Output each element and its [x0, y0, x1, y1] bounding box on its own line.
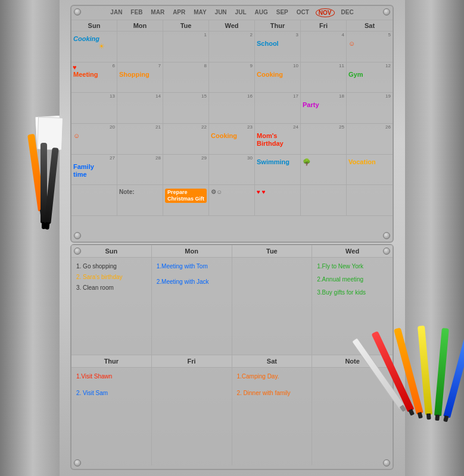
month-item-aug[interactable]: AUG: [253, 8, 270, 17]
month-item-may[interactable]: MAY: [192, 8, 208, 17]
cal-cell-r2c6: 19: [347, 93, 393, 124]
week-cell-tue: Tue: [232, 245, 313, 355]
event-r0c4: School: [257, 40, 298, 48]
sun-item-1: 1. Go shopping: [76, 261, 147, 272]
sun-item-3: 3. Clean room: [76, 283, 147, 293]
sun-item-2: 2. Sara's birthday: [76, 272, 147, 283]
cal-cell-r0c0: Cooking☀: [71, 32, 117, 62]
week-header-note: Note: [312, 355, 393, 368]
cal-cell-r4c6: Vocation: [347, 155, 393, 186]
day-header-thur: Thur: [255, 20, 301, 31]
week-header-sun: Sun: [71, 245, 151, 258]
mon-item-2: 2.Meeting with Jack: [157, 277, 227, 287]
cal-cell-r3c3: 23Cooking: [209, 124, 255, 155]
event-r3c4: Mom's Birthday: [257, 132, 298, 148]
cal-cell-r2c2: 15: [163, 93, 209, 124]
cal-cell-r5c6: [347, 185, 393, 216]
cal-cell-r0c6: 5☺: [347, 32, 393, 62]
calendar-day-headers: SunMonTueWedThurFriSat: [71, 20, 393, 32]
cal-cell-r1c1: 7Shopping: [117, 62, 163, 93]
event-r1c1: Shopping: [119, 71, 161, 79]
week-cell-thur: Thur 1.Visit Shawn 2. Visit Sam: [71, 355, 152, 465]
event-r0c0: Cooking: [73, 35, 115, 43]
cal-cell-r5c5: [301, 185, 347, 216]
week-header-wed: Wed: [312, 245, 393, 258]
week-cell-mon: Mon 1.Meeting with Tom 2.Meeting with Ja…: [152, 245, 232, 355]
cal-cell-r3c5: 25: [301, 124, 347, 155]
cal-cell-r5c0: [71, 185, 117, 216]
thur-item-2: 2. Visit Sam: [76, 388, 147, 399]
cal-cell-r5c3: ⚙☺: [209, 185, 255, 216]
month-item-mar[interactable]: MAR: [149, 8, 166, 17]
event-r1c0: Meeting: [73, 71, 115, 79]
event-r4c5: 🌳: [303, 158, 344, 166]
event-r3c3: Cooking: [211, 132, 253, 140]
day-header-tue: Tue: [163, 20, 209, 31]
week-cell-sun: Sun 1. Go shopping 2. Sara's birthday 3.…: [71, 245, 152, 355]
wed-item-2: 2.Annual meeting: [317, 274, 388, 285]
screw-wk-bottom-left: [74, 459, 81, 466]
screw-top-left: [74, 8, 81, 15]
fridge-left-panel: [0, 0, 66, 476]
day-header-fri: Fri: [301, 20, 347, 31]
event-r4c0: Family time: [73, 163, 115, 178]
month-item-oct[interactable]: OCT: [295, 8, 311, 17]
month-item-jun[interactable]: JUN: [213, 8, 229, 17]
week-cell-fri: Fri: [152, 355, 232, 465]
week-body-sun: 1. Go shopping 2. Sara's birthday 3. Cle…: [71, 258, 151, 355]
week-body-fri: [152, 368, 232, 465]
weekly-calendar-board: Sun 1. Go shopping 2. Sara's birthday 3.…: [70, 244, 394, 470]
screw-wk-top-right: [383, 248, 390, 255]
week-body-mon: 1.Meeting with Tom 2.Meeting with Jack: [152, 258, 232, 355]
event-r0c6: ☺: [348, 40, 391, 48]
cal-cell-r1c5: 11: [301, 62, 347, 93]
cal-cell-r2c4: 17: [255, 93, 301, 124]
cal-cell-r0c1: [117, 32, 163, 62]
month-selector[interactable]: JANFEBMARAPRMAYJUNJULAUGSEPOCTNOVDEC: [71, 6, 393, 20]
cal-cell-r1c0: 6Meeting♥: [71, 62, 117, 93]
cal-cell-r4c4: Swimming: [255, 155, 301, 186]
event-r1c4: Cooking: [257, 71, 298, 79]
cal-cell-r4c0: 27Family time: [71, 155, 117, 186]
day-header-sat: Sat: [347, 20, 393, 31]
event-r4c4: Swimming: [257, 158, 298, 166]
weekly-top-row: Sun 1. Go shopping 2. Sara's birthday 3.…: [71, 245, 393, 355]
cal-cell-r4c3: 30: [209, 155, 255, 186]
month-item-jul[interactable]: JUL: [233, 8, 248, 17]
event-r5c2: Prepare Christmas Gift: [165, 189, 207, 203]
month-item-nov[interactable]: NOV: [316, 8, 335, 17]
cal-cell-r1c2: 8: [163, 62, 209, 93]
cal-cell-r0c3: 2: [209, 32, 255, 62]
sat-item-1: 1.Camping Day.: [237, 371, 307, 382]
screw-top-right: [383, 8, 390, 15]
event-r5c3: ⚙☺: [211, 189, 253, 196]
screw-wk-top-left: [74, 248, 81, 255]
event-r5c1: Note:: [119, 189, 161, 196]
cal-cell-r0c2: 1: [163, 32, 209, 62]
month-item-jan[interactable]: JAN: [108, 8, 124, 17]
week-cell-sat: Sat 1.Camping Day. 2. Dinner with family: [232, 355, 313, 465]
month-item-feb[interactable]: FEB: [129, 8, 144, 17]
event-r4c6: Vocation: [348, 158, 391, 166]
cal-cell-r4c2: 29: [163, 155, 209, 186]
cal-cell-r3c4: 24Mom's Birthday: [255, 124, 301, 155]
month-item-apr[interactable]: APR: [171, 8, 187, 17]
month-item-dec[interactable]: DEC: [340, 8, 356, 17]
cal-cell-r3c6: 26: [347, 124, 393, 155]
thur-item-1: 1.Visit Shawn: [76, 371, 147, 382]
cal-cell-r3c1: 21: [117, 124, 163, 155]
wed-item-3: 3.Buy gifts for kids: [317, 287, 388, 298]
markers-holder-right: [394, 336, 453, 443]
sat-item-2: 2. Dinner with family: [237, 388, 307, 399]
screw-wk-bottom-right: [383, 459, 390, 466]
cal-cell-r5c1: Note:: [117, 185, 163, 216]
screw-bottom-left: [74, 232, 81, 239]
cal-cell-r2c3: 16: [209, 93, 255, 124]
screw-bottom-right: [383, 232, 390, 239]
calendar-grid: Cooking☀123School45☺6Meeting♥7Shopping89…: [71, 32, 393, 216]
cal-cell-r5c4: ♥ ♥: [255, 185, 301, 216]
month-item-sep[interactable]: SEP: [275, 8, 290, 17]
week-body-tue: [232, 258, 312, 355]
cal-cell-r3c0: 20☺: [71, 124, 117, 155]
day-header-mon: Mon: [117, 20, 163, 31]
